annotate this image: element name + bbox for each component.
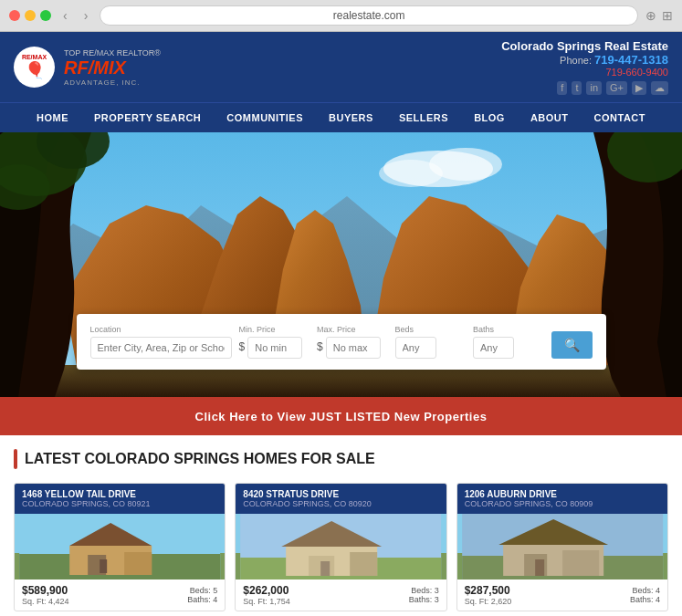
nav-communities[interactable]: COMMUNITIES xyxy=(214,103,316,132)
property-image[interactable] xyxy=(236,514,446,579)
forward-button[interactable]: › xyxy=(79,6,93,25)
beds-field: Beds xyxy=(395,325,467,359)
google-plus-icon[interactable]: G+ xyxy=(606,81,627,95)
nav-buyers[interactable]: BUYERS xyxy=(316,103,386,132)
latest-section: LATEST COLORADO SPRINGS HOMES FOR SALE 1… xyxy=(0,435,682,616)
property-street: 1468 YELLOW TAIL DRIVE xyxy=(22,489,217,499)
property-image[interactable] xyxy=(457,514,667,579)
property-grid: 1468 YELLOW TAIL DRIVE COLORADO SPRINGS,… xyxy=(14,483,668,611)
phone-label: Phone: 719-447-1318 xyxy=(501,53,668,67)
traffic-lights xyxy=(9,10,51,21)
max-price-group: $ xyxy=(317,337,388,359)
property-street: 8420 STRATUS DRIVE xyxy=(243,489,438,499)
brand-sub: ADVANTAGE, INC. xyxy=(64,78,161,87)
rss-icon[interactable]: ☁ xyxy=(651,81,668,95)
property-price: $589,900 xyxy=(22,584,69,597)
header-right: Colorado Springs Real Estate Phone: 719-… xyxy=(501,39,668,95)
svg-rect-19 xyxy=(124,552,152,575)
property-details: $589,900 Sq. Ft: 4,424 Beds: 5 Baths: 4 xyxy=(15,579,225,611)
svg-rect-28 xyxy=(350,552,377,576)
property-city: COLORADO SPRINGS, CO 80920 xyxy=(243,499,438,508)
min-price-group: $ xyxy=(239,337,310,359)
browser-actions: ⊕ ⊞ xyxy=(645,8,673,23)
max-price-input[interactable] xyxy=(326,337,381,359)
main-nav: HOME PROPERTY SEARCH COMMUNITIES BUYERS … xyxy=(0,102,682,132)
section-title: LATEST COLORADO SPRINGS HOMES FOR SALE xyxy=(14,449,668,469)
property-sqft: Sq. Ft: 2,620 xyxy=(465,597,512,606)
new-tab-button[interactable]: ⊞ xyxy=(662,8,673,23)
property-card: 1206 AUBURN DRIVE COLORADO SPRINGS, CO 8… xyxy=(456,483,668,611)
property-image[interactable] xyxy=(15,514,225,579)
property-address: 1206 AUBURN DRIVE COLORADO SPRINGS, CO 8… xyxy=(457,484,667,514)
social-icons: f t in G+ ▶ ☁ xyxy=(501,81,668,95)
property-beds: Beds: 5 Baths: 4 xyxy=(187,586,217,604)
title-bar-accent xyxy=(14,449,17,469)
property-address: 8420 STRATUS DRIVE COLORADO SPRINGS, CO … xyxy=(236,484,446,514)
share-button[interactable]: ⊕ xyxy=(645,8,656,23)
property-price: $262,000 xyxy=(243,584,290,597)
property-sqft: Sq. Ft: 4,424 xyxy=(22,597,69,606)
min-price-field: Min. Price $ xyxy=(239,325,310,359)
site-title: Colorado Springs Real Estate xyxy=(501,39,668,53)
property-details: $262,000 Sq. Ft: 1,754 Beds: 3 Baths: 3 xyxy=(236,579,446,611)
max-price-prefix: $ xyxy=(317,340,323,359)
baths-input[interactable] xyxy=(473,337,514,359)
property-beds: Beds: 3 Baths: 3 xyxy=(409,586,439,604)
beds-input[interactable] xyxy=(395,337,436,359)
property-city: COLORADO SPRINGS, CO 80921 xyxy=(22,499,217,508)
beds-label: Beds xyxy=(395,325,467,334)
search-button[interactable]: 🔍 xyxy=(551,331,593,359)
phone-number[interactable]: 719-447-1318 xyxy=(594,53,668,67)
property-sqft: Sq. Ft: 1,754 xyxy=(243,597,290,606)
new-listings-banner[interactable]: Click Here to View JUST LISTED New Prope… xyxy=(0,397,682,435)
maximize-button[interactable] xyxy=(40,10,51,21)
baths-label: Baths xyxy=(473,325,544,334)
nav-contact[interactable]: CONTACT xyxy=(582,103,658,132)
svg-point-14 xyxy=(379,160,443,187)
location-label: Location xyxy=(90,325,232,334)
max-price-field: Max. Price $ xyxy=(317,325,388,359)
remax-logo: RE/MAX 🎈 xyxy=(14,47,55,88)
svg-rect-21 xyxy=(100,559,107,573)
back-button[interactable]: ‹ xyxy=(58,6,72,25)
browser-chrome: ‹ › realestate.com ⊕ ⊞ xyxy=(0,0,682,32)
nav-blog[interactable]: BLOG xyxy=(461,103,518,132)
logo-area: RE/MAX 🎈 TOP RE/MAX REALTOR® RF/MIX ADVA… xyxy=(14,47,161,88)
svg-rect-7 xyxy=(0,365,682,397)
property-street: 1206 AUBURN DRIVE xyxy=(465,489,660,499)
hero-section: Location Min. Price $ Max. Price $ xyxy=(0,132,682,397)
facebook-icon[interactable]: f xyxy=(557,81,567,95)
nav-sellers[interactable]: SELLERS xyxy=(386,103,461,132)
phone-alt[interactable]: 719-660-9400 xyxy=(501,67,668,78)
property-beds: Beds: 4 Baths: 4 xyxy=(630,586,660,604)
property-details: $287,500 Sq. Ft: 2,620 Beds: 4 Baths: 4 xyxy=(457,579,667,611)
location-field: Location xyxy=(90,325,232,359)
website: RE/MAX 🎈 TOP RE/MAX REALTOR® RF/MIX ADVA… xyxy=(0,32,682,616)
max-price-label: Max. Price xyxy=(317,325,388,334)
linkedin-icon[interactable]: in xyxy=(586,81,602,95)
banner-text: Click Here to View JUST LISTED New Prope… xyxy=(195,410,488,423)
property-card: 1468 YELLOW TAIL DRIVE COLORADO SPRINGS,… xyxy=(14,483,226,611)
nav-home[interactable]: HOME xyxy=(24,103,81,132)
section-heading: LATEST COLORADO SPRINGS HOMES FOR SALE xyxy=(25,451,375,467)
address-bar[interactable]: realestate.com xyxy=(100,5,638,26)
search-fields: Location Min. Price $ Max. Price $ xyxy=(90,325,593,359)
baths-field: Baths xyxy=(473,325,544,359)
property-address: 1468 YELLOW TAIL DRIVE COLORADO SPRINGS,… xyxy=(15,484,225,514)
youtube-icon[interactable]: ▶ xyxy=(632,81,646,95)
nav-about[interactable]: ABOUT xyxy=(518,103,582,132)
close-button[interactable] xyxy=(9,10,20,21)
brand-name: RF/MIX xyxy=(64,57,161,78)
svg-rect-35 xyxy=(535,559,544,576)
nav-property-search[interactable]: PROPERTY SEARCH xyxy=(81,103,214,132)
svg-rect-33 xyxy=(562,550,599,576)
property-card: 8420 STRATUS DRIVE COLORADO SPRINGS, CO … xyxy=(235,483,446,611)
twitter-icon[interactable]: t xyxy=(572,81,582,95)
brand-text: TOP RE/MAX REALTOR® RF/MIX ADVANTAGE, IN… xyxy=(64,48,161,87)
minimize-button[interactable] xyxy=(25,10,36,21)
min-price-input[interactable] xyxy=(247,337,302,359)
min-price-label: Min. Price xyxy=(239,325,310,334)
location-input[interactable] xyxy=(90,337,232,359)
top-realtor-text: TOP RE/MAX REALTOR® xyxy=(64,48,161,57)
property-price: $287,500 xyxy=(465,584,512,597)
